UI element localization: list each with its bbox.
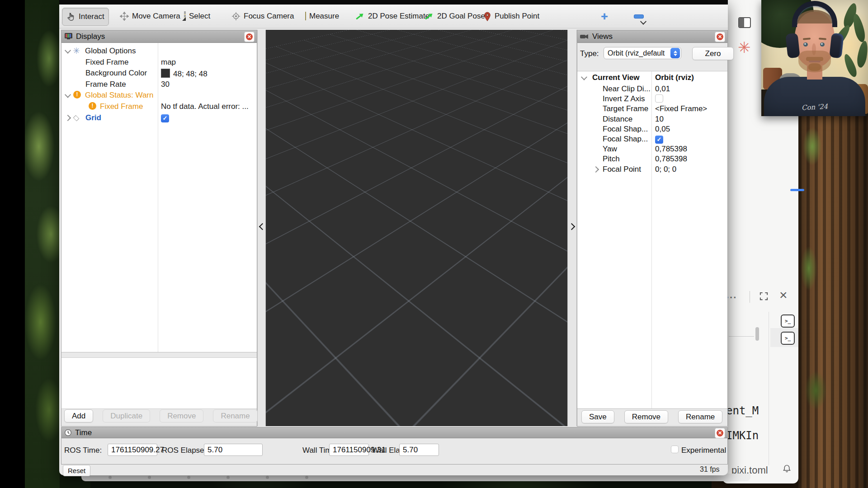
row-value[interactable]: map bbox=[161, 58, 176, 67]
views-row-yaw[interactable]: Yaw0,785398 bbox=[577, 144, 727, 154]
tool-label: 2D Goal Pose bbox=[437, 12, 485, 21]
terminal-icon[interactable]: >_ bbox=[781, 332, 795, 345]
wall-elapsed-input[interactable]: 5.70 bbox=[399, 444, 439, 456]
views-row-focal-shap[interactable]: Focal Shap...✓ bbox=[577, 134, 727, 144]
row-value[interactable]: No tf data. Actual error: ... bbox=[161, 102, 249, 111]
row-value[interactable]: <Fixed Frame> bbox=[655, 104, 707, 113]
chevron-down-icon[interactable] bbox=[581, 74, 587, 80]
checked-checkbox[interactable]: ✓ bbox=[655, 136, 663, 144]
row-value[interactable]: 0; 0; 0 bbox=[655, 165, 676, 174]
chevron-right-icon[interactable] bbox=[593, 166, 599, 173]
grid-display-icon bbox=[73, 115, 80, 121]
views-close-button[interactable]: ✕ bbox=[715, 32, 725, 42]
ros-time-label: ROS Time: bbox=[64, 446, 102, 455]
views-row-invert-z-axis[interactable]: Invert Z Axis bbox=[577, 94, 727, 104]
plus-icon: + bbox=[601, 11, 608, 21]
row-value[interactable]: 0,785398 bbox=[655, 155, 687, 164]
views-row-focal-shap[interactable]: Focal Shap...0,05 bbox=[577, 124, 727, 134]
save-view-button[interactable]: Save bbox=[581, 410, 614, 423]
splitter-left[interactable] bbox=[257, 30, 266, 426]
view-type-select[interactable]: Orbit (rviz_default bbox=[604, 47, 681, 59]
unchecked-checkbox[interactable] bbox=[655, 94, 663, 103]
select-stepper-icon[interactable] bbox=[670, 48, 680, 58]
displays-row-fixed-frame[interactable]: !Fixed FrameNo tf data. Actual error: ..… bbox=[61, 101, 257, 112]
time-panel-titlebar[interactable]: Time ✕ bbox=[61, 427, 727, 438]
row-value[interactable]: 0,785398 bbox=[655, 145, 687, 154]
collapse-right-icon[interactable] bbox=[568, 223, 576, 230]
code-text: ent_M bbox=[726, 404, 759, 417]
views-row-target-frame[interactable]: Target Frame<Fixed Frame> bbox=[577, 104, 727, 114]
views-row-distance[interactable]: Distance10 bbox=[577, 114, 727, 124]
reset-button[interactable]: Reset bbox=[63, 465, 90, 476]
tool-2d-goal-pose[interactable]: 2D Goal Pose bbox=[420, 8, 489, 25]
row-value: Orbit (rviz) bbox=[655, 73, 694, 82]
monitor-icon bbox=[64, 33, 73, 40]
displays-row-frame-rate[interactable]: Frame Rate30 bbox=[61, 79, 257, 90]
ros-time-input[interactable]: 1761150909.27 bbox=[108, 444, 157, 456]
displays-row-global-status-warn[interactable]: !Global Status: Warn bbox=[61, 89, 257, 101]
remove-view-button[interactable]: Remove bbox=[624, 410, 668, 423]
chevron-down-icon[interactable] bbox=[65, 92, 71, 98]
layout-panel-icon[interactable] bbox=[738, 17, 751, 28]
displays-row-grid[interactable]: Grid✓ bbox=[61, 112, 257, 123]
tool-interact[interactable]: Interact bbox=[62, 8, 109, 26]
displays-tree: ✳Global OptionsFixed FramemapBackground … bbox=[61, 43, 257, 352]
minus-icon bbox=[634, 14, 644, 19]
tool-move-camera[interactable]: Move Camera bbox=[116, 8, 184, 25]
add-display-button[interactable]: Add bbox=[64, 409, 93, 422]
views-row-near-clip-di[interactable]: Near Clip Di...0,01 bbox=[577, 84, 727, 94]
displays-row-fixed-frame[interactable]: Fixed Framemap bbox=[61, 56, 257, 68]
hand-pointer-icon bbox=[66, 12, 75, 21]
rename-view-button[interactable]: Rename bbox=[678, 410, 722, 423]
displays-row-background-color[interactable]: Background Color48; 48; 48 bbox=[61, 67, 257, 79]
green-arrow-icon bbox=[424, 11, 434, 21]
asterisk-icon[interactable]: ✳ bbox=[738, 40, 751, 55]
chevron-right-icon[interactable] bbox=[65, 115, 71, 121]
tool-measure[interactable]: Measure bbox=[301, 8, 343, 25]
enabled-checkbox[interactable]: ✓ bbox=[161, 114, 169, 122]
views-row-current-view[interactable]: Current View Orbit (rviz) bbox=[577, 73, 727, 83]
warning-icon: ! bbox=[89, 102, 96, 110]
row-label: Fixed Frame bbox=[85, 58, 128, 67]
tool-select[interactable]: Select bbox=[180, 8, 214, 25]
ground-grid bbox=[266, 30, 567, 253]
row-label: Focal Shap... bbox=[603, 125, 648, 134]
displays-close-button[interactable]: ✕ bbox=[244, 32, 255, 42]
collapse-left-icon[interactable] bbox=[259, 223, 266, 230]
ros-elapsed-input[interactable]: 5.70 bbox=[204, 444, 263, 456]
divider bbox=[769, 312, 769, 465]
row-value[interactable]: 10 bbox=[655, 115, 664, 124]
row-label: Near Clip Di... bbox=[603, 84, 651, 94]
experimental-checkbox[interactable] bbox=[671, 446, 679, 453]
zero-button[interactable]: Zero bbox=[692, 47, 734, 60]
webcam-overlay: Con '24 bbox=[761, 0, 868, 116]
3d-viewport[interactable] bbox=[266, 30, 567, 426]
row-value[interactable]: 30 bbox=[161, 80, 170, 89]
displays-panel-titlebar[interactable]: Displays ✕ bbox=[61, 30, 257, 43]
displays-row-global-options[interactable]: ✳Global Options bbox=[61, 45, 257, 56]
divider bbox=[729, 336, 754, 337]
bell-icon[interactable] bbox=[782, 464, 792, 474]
global-options-icon: ✳ bbox=[73, 46, 80, 56]
splitter-right[interactable] bbox=[567, 30, 577, 426]
wall-time-input[interactable]: 1761150909.31 bbox=[329, 444, 369, 456]
views-panel-titlebar[interactable]: Views ✕ bbox=[577, 30, 727, 43]
add-tool-button[interactable]: + bbox=[598, 10, 611, 23]
close-icon[interactable]: × bbox=[779, 287, 788, 303]
row-label: Focal Shap... bbox=[603, 135, 648, 144]
fullscreen-icon[interactable] bbox=[759, 291, 769, 301]
crosshair-icon bbox=[231, 12, 241, 21]
time-close-button[interactable]: ✕ bbox=[715, 428, 725, 438]
tool-publish-point[interactable]: Publish Point bbox=[479, 8, 543, 25]
row-label: Invert Z Axis bbox=[603, 94, 645, 103]
row-value[interactable]: 48; 48; 48 bbox=[161, 69, 208, 79]
row-value[interactable]: 0,01 bbox=[655, 84, 670, 94]
terminal-icon[interactable]: >_ bbox=[781, 314, 795, 328]
code-text: IMKIn bbox=[726, 429, 759, 442]
views-row-pitch[interactable]: Pitch0,785398 bbox=[577, 154, 727, 164]
row-value[interactable]: 0,05 bbox=[655, 125, 670, 134]
chevron-down-icon[interactable] bbox=[65, 47, 71, 54]
scrollbar-thumb[interactable] bbox=[755, 327, 759, 341]
tool-focus-camera[interactable]: Focus Camera bbox=[227, 8, 298, 25]
views-row-focal-point[interactable]: Focal Point0; 0; 0 bbox=[577, 164, 727, 174]
